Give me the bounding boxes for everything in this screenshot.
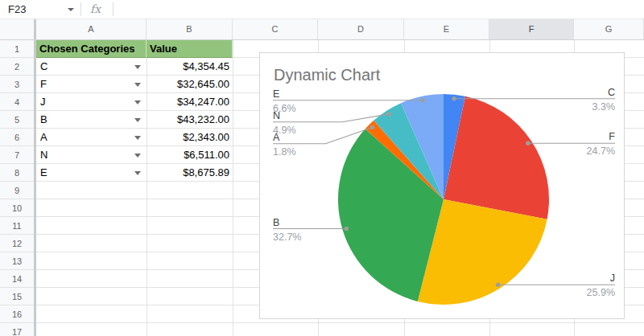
leader-dot bbox=[496, 283, 500, 287]
slice-percent-J: 25.9% bbox=[587, 287, 615, 298]
divider bbox=[113, 2, 114, 16]
row-header-12[interactable]: 12 bbox=[0, 235, 34, 252]
slice-percent-F: 24.7% bbox=[587, 145, 615, 157]
row-header-3[interactable]: 3 bbox=[0, 76, 34, 93]
google-sheets-app: F23 fx ABCDEFG 1234567891011121314151617… bbox=[0, 0, 644, 336]
chart-title: Dynamic Chart bbox=[274, 66, 381, 84]
function-icon: fx bbox=[90, 0, 101, 18]
row-header-14[interactable]: 14 bbox=[0, 270, 34, 288]
select-all-corner[interactable] bbox=[0, 19, 36, 39]
category-value: B bbox=[40, 113, 47, 125]
row-header-5[interactable]: 5 bbox=[0, 111, 34, 129]
divider bbox=[80, 2, 81, 16]
category-cell[interactable]: A bbox=[36, 129, 147, 146]
row-header-11[interactable]: 11 bbox=[0, 217, 34, 235]
dropdown-caret-icon[interactable] bbox=[134, 100, 141, 104]
value-cell[interactable]: $6,511.00 bbox=[147, 146, 233, 164]
row-header-17[interactable]: 17 bbox=[0, 323, 34, 336]
sheet-header-cell[interactable]: Chosen Categories bbox=[36, 40, 147, 58]
category-value: C bbox=[40, 60, 47, 72]
value-cell[interactable]: $43,232.00 bbox=[147, 111, 233, 129]
row-header-6[interactable]: 6 bbox=[0, 129, 34, 146]
leader-dot bbox=[370, 125, 374, 129]
value-cell[interactable]: $4,354.45 bbox=[147, 58, 233, 76]
slice-label-C: C bbox=[608, 87, 615, 98]
slice-percent-C: 3.3% bbox=[592, 101, 616, 113]
row-header-13[interactable]: 13 bbox=[0, 252, 34, 270]
row-header-9[interactable]: 9 bbox=[0, 182, 34, 199]
slice-label-E: E bbox=[273, 88, 279, 100]
value-cell[interactable]: $34,247.00 bbox=[147, 93, 233, 111]
slice-label-J: J bbox=[610, 272, 615, 284]
leader-dot bbox=[345, 227, 349, 231]
row-header-1[interactable]: 1 bbox=[0, 40, 34, 58]
row-header-8[interactable]: 8 bbox=[0, 164, 34, 182]
value-cell[interactable]: $32,645.00 bbox=[147, 76, 233, 93]
row-header-10[interactable]: 10 bbox=[0, 199, 34, 217]
leader-dot bbox=[386, 112, 390, 116]
column-header-F[interactable]: F bbox=[489, 19, 574, 39]
column-header-D[interactable]: D bbox=[318, 19, 404, 39]
row-header-15[interactable]: 15 bbox=[0, 288, 34, 305]
leader-dot bbox=[420, 98, 424, 102]
slice-label-N: N bbox=[273, 110, 280, 121]
category-cell[interactable]: F bbox=[36, 76, 147, 93]
column-header-G[interactable]: G bbox=[574, 19, 644, 39]
chart[interactable]: Dynamic ChartE6.6%N4.9%A1.8%B32.7%C3.3%F… bbox=[259, 52, 625, 319]
leader-dot bbox=[526, 141, 530, 145]
row-header-16[interactable]: 16 bbox=[0, 305, 34, 323]
pie-chart: Dynamic ChartE6.6%N4.9%A1.8%B32.7%C3.3%F… bbox=[260, 53, 624, 318]
category-value: N bbox=[40, 149, 47, 161]
row-numbers: 1234567891011121314151617 bbox=[0, 40, 36, 336]
slice-percent-A: 1.8% bbox=[273, 146, 296, 158]
name-box[interactable]: F23 bbox=[0, 0, 80, 18]
label-leader-line bbox=[273, 114, 389, 122]
dropdown-caret-icon[interactable] bbox=[134, 83, 141, 87]
column-header-E[interactable]: E bbox=[404, 19, 489, 39]
category-cell[interactable]: B bbox=[36, 111, 147, 129]
category-cell[interactable]: E bbox=[36, 164, 147, 182]
category-cell[interactable]: C bbox=[36, 58, 147, 76]
category-value: J bbox=[40, 96, 46, 108]
leader-dot bbox=[452, 96, 456, 100]
row-header-4[interactable]: 4 bbox=[0, 93, 34, 111]
formula-bar: F23 fx bbox=[0, 0, 644, 19]
chevron-down-icon[interactable] bbox=[68, 8, 74, 11]
name-box-value: F23 bbox=[8, 0, 26, 18]
column-headers: ABCDEFG bbox=[0, 19, 644, 40]
slice-label-F: F bbox=[609, 131, 615, 142]
column-header-C[interactable]: C bbox=[233, 19, 318, 39]
category-value: A bbox=[40, 131, 47, 143]
dropdown-caret-icon[interactable] bbox=[134, 136, 141, 140]
dropdown-caret-icon[interactable] bbox=[134, 118, 141, 122]
category-value: F bbox=[40, 78, 47, 90]
category-cell[interactable]: N bbox=[36, 146, 147, 164]
value-cell[interactable]: $8,675.89 bbox=[147, 164, 233, 182]
gridline bbox=[233, 40, 233, 336]
category-cell[interactable]: J bbox=[36, 93, 147, 111]
formula-input[interactable] bbox=[121, 0, 644, 18]
row-header-7[interactable]: 7 bbox=[0, 146, 34, 164]
column-header-B[interactable]: B bbox=[147, 19, 233, 39]
slice-percent-B: 32.7% bbox=[273, 232, 301, 243]
dropdown-caret-icon[interactable] bbox=[134, 154, 141, 158]
category-value: E bbox=[40, 166, 47, 178]
slice-label-A: A bbox=[273, 132, 280, 143]
sheet-header-cell[interactable]: Value bbox=[147, 40, 233, 58]
dropdown-caret-icon[interactable] bbox=[134, 65, 141, 69]
dropdown-caret-icon[interactable] bbox=[134, 171, 141, 175]
slice-label-B: B bbox=[273, 217, 279, 228]
value-cell[interactable]: $2,343.00 bbox=[147, 129, 233, 146]
column-header-A[interactable]: A bbox=[36, 19, 147, 39]
row-header-2[interactable]: 2 bbox=[0, 58, 34, 76]
